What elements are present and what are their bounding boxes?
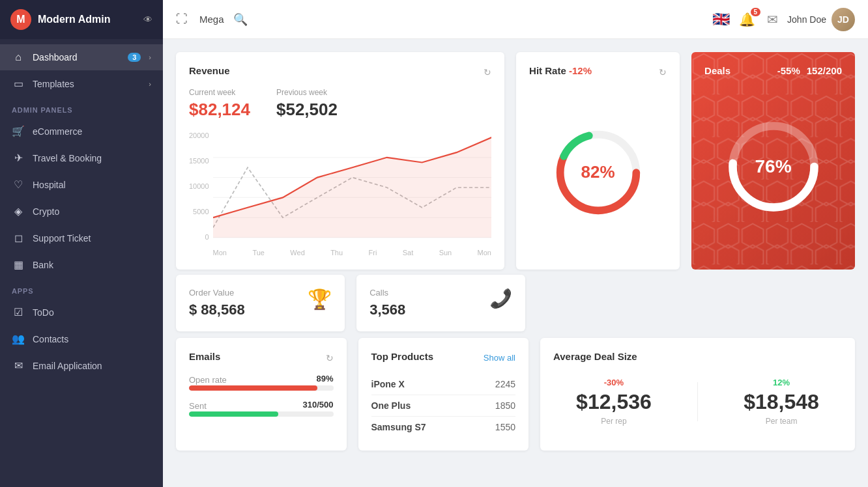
people-icon: 👥 bbox=[12, 333, 25, 345]
sidebar-item-todo[interactable]: ☑ ToDo bbox=[0, 299, 163, 326]
prev-week-value: $52,502 bbox=[276, 100, 338, 120]
y-label-20000: 20000 bbox=[189, 132, 209, 139]
refresh-icon[interactable]: ↻ bbox=[326, 353, 334, 363]
emails-card: Emails ↻ Open rate 89% Sent 310/500 bbox=[176, 338, 347, 451]
sidebar-item-label: Templates bbox=[33, 79, 141, 89]
sidebar-item-ecommerce[interactable]: 🛒 eCommerce bbox=[0, 118, 163, 145]
top-products-title: Top Products bbox=[371, 351, 434, 362]
calls-label: Calls bbox=[369, 288, 405, 298]
x-label-thu: Thu bbox=[330, 249, 343, 257]
deals-count: 152/200 bbox=[807, 65, 842, 76]
sidebar-item-crypto[interactable]: ◈ Crypto bbox=[0, 198, 163, 225]
product-name: iPone X bbox=[371, 379, 405, 389]
product-row: Samsung S7 1550 bbox=[371, 417, 516, 438]
sidebar-item-label: eCommerce bbox=[33, 126, 151, 137]
open-rate-label: Open rate bbox=[189, 375, 227, 385]
emails-title: Emails bbox=[189, 351, 220, 362]
open-rate-value: 89% bbox=[316, 374, 333, 383]
product-count: 2245 bbox=[495, 379, 515, 389]
hitrate-change: -12% bbox=[569, 65, 592, 76]
refresh-icon[interactable]: ↻ bbox=[484, 67, 491, 77]
sidebar-title: Modern Admin bbox=[38, 14, 137, 25]
heart-icon: ♡ bbox=[12, 178, 25, 191]
show-all-button[interactable]: Show all bbox=[484, 353, 515, 363]
per-rep-change: -30% bbox=[576, 378, 652, 387]
sidebar-item-label: Travel & Booking bbox=[33, 153, 151, 163]
sidebar-item-label: Crypto bbox=[33, 206, 151, 217]
search-icon[interactable]: 🔍 bbox=[233, 12, 248, 27]
refresh-icon[interactable]: ↻ bbox=[659, 67, 667, 77]
sidebar-item-label: Dashboard bbox=[33, 52, 120, 63]
mega-menu-label[interactable]: Mega bbox=[199, 14, 224, 25]
notification-bell[interactable]: 🔔 5 bbox=[739, 12, 755, 27]
sent-fill bbox=[189, 411, 278, 417]
mail-icon[interactable]: ✉ bbox=[767, 12, 778, 27]
sidebar-item-label: Hospital bbox=[33, 180, 151, 190]
notification-badge: 5 bbox=[751, 8, 761, 16]
sidebar-item-email[interactable]: ✉ Email Application bbox=[0, 352, 163, 379]
per-rep-item: -30% $12,536 Per rep bbox=[576, 378, 652, 426]
product-name: One Plus bbox=[371, 400, 411, 411]
sidebar-item-contacts[interactable]: 👥 Contacts bbox=[0, 326, 163, 352]
deals-change: -55% bbox=[777, 65, 800, 76]
avg-deal-title: Average Deal Size bbox=[553, 351, 637, 362]
main-area: ⛶ Mega 🔍 🇬🇧 🔔 5 ✉ John Doe JD Revenue ↻ bbox=[163, 0, 868, 487]
sidebar-item-bank[interactable]: ▦ Bank bbox=[0, 251, 163, 278]
calls-value: 3,568 bbox=[369, 301, 405, 318]
order-value-amount: $ 88,568 bbox=[189, 301, 245, 318]
product-row: One Plus 1850 bbox=[371, 395, 516, 417]
sidebar-item-dashboard[interactable]: ⌂ Dashboard 3 › bbox=[0, 44, 163, 70]
per-rep-amount: $12,536 bbox=[576, 390, 652, 414]
eye-icon[interactable]: 👁 bbox=[143, 14, 152, 25]
sidebar-item-travel[interactable]: ✈ Travel & Booking bbox=[0, 145, 163, 171]
avg-deal-card: Average Deal Size -30% $12,536 Per rep 1… bbox=[540, 338, 855, 451]
y-label-0: 0 bbox=[189, 233, 209, 241]
per-team-amount: $18,548 bbox=[744, 390, 819, 414]
trophy-icon: 🏆 bbox=[308, 288, 332, 311]
per-team-label: Per team bbox=[744, 417, 819, 426]
order-value-label: Order Value bbox=[189, 288, 245, 298]
sent-label: Sent bbox=[189, 401, 207, 411]
current-week-label: Current week bbox=[189, 88, 250, 97]
sidebar: M Modern Admin 👁 ⌂ Dashboard 3 › ▭ Templ… bbox=[0, 0, 163, 487]
per-rep-label: Per rep bbox=[576, 417, 652, 426]
y-label-5000: 5000 bbox=[189, 208, 209, 216]
product-count: 1550 bbox=[495, 422, 515, 432]
product-row: iPone X 2245 bbox=[371, 374, 516, 395]
topbar: ⛶ Mega 🔍 🇬🇧 🔔 5 ✉ John Doe JD bbox=[163, 0, 868, 39]
sidebar-item-support[interactable]: ◻ Support Ticket bbox=[0, 225, 163, 251]
avg-deal-values: -30% $12,536 Per rep 12% $18,548 Per tea… bbox=[553, 378, 842, 426]
avatar: JD bbox=[832, 8, 855, 31]
sidebar-item-label: Email Application bbox=[33, 361, 151, 371]
revenue-chart bbox=[213, 129, 492, 246]
sidebar-header: M Modern Admin 👁 bbox=[0, 0, 163, 39]
sidebar-item-templates[interactable]: ▭ Templates › bbox=[0, 70, 163, 97]
row-3: Emails ↻ Open rate 89% Sent 310/500 bbox=[176, 338, 855, 451]
sidebar-item-label: ToDo bbox=[33, 307, 151, 318]
product-count: 1850 bbox=[495, 400, 515, 411]
admin-panels-label: ADMIN PANELS bbox=[0, 97, 163, 118]
open-rate-bar bbox=[189, 385, 334, 391]
x-label-tue: Tue bbox=[252, 249, 265, 257]
current-week-stat: Current week $82,124 bbox=[189, 88, 250, 120]
revenue-card: Revenue ↻ Current week $82,124 Previous … bbox=[176, 52, 504, 270]
sidebar-item-hospital[interactable]: ♡ Hospital bbox=[0, 171, 163, 198]
x-label-sat: Sat bbox=[403, 249, 414, 257]
x-label-mon1: Mon bbox=[213, 249, 227, 257]
bank-icon: ▦ bbox=[12, 258, 25, 271]
chevron-right-icon: › bbox=[149, 53, 151, 61]
calls-card: Calls 3,568 📞 bbox=[356, 275, 525, 331]
per-team-change: 12% bbox=[744, 378, 819, 387]
user-profile[interactable]: John Doe JD bbox=[787, 8, 855, 31]
top-products-card: Top Products Show all iPone X 2245 One P… bbox=[358, 338, 529, 451]
hitrate-percent-label: 82% bbox=[581, 162, 615, 182]
chevron-right-icon: › bbox=[149, 80, 151, 88]
open-rate-fill bbox=[189, 385, 317, 391]
expand-icon[interactable]: ⛶ bbox=[176, 12, 188, 26]
language-flag[interactable]: 🇬🇧 bbox=[712, 11, 730, 28]
home-icon: ⌂ bbox=[12, 51, 25, 63]
hitrate-donut-wrap: 82% bbox=[529, 94, 667, 250]
sidebar-nav: ⌂ Dashboard 3 › ▭ Templates › ADMIN PANE… bbox=[0, 39, 163, 487]
cart-icon: 🛒 bbox=[12, 125, 25, 137]
sent-bar bbox=[189, 411, 334, 417]
